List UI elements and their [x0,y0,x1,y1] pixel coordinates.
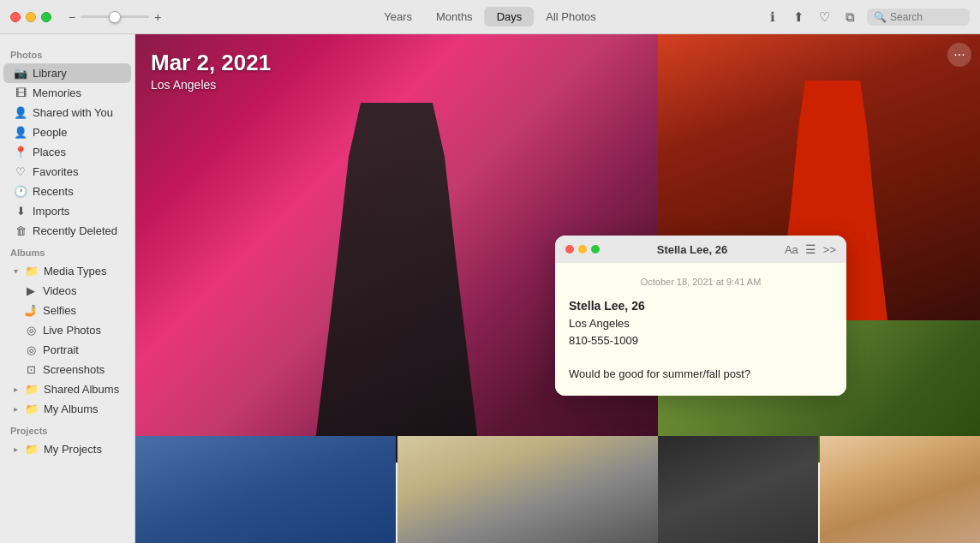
sidebar-item-places[interactable]: 📍 Places [3,142,131,162]
sidebar: Photos 📷 Library 🎞 Memories 👤 Shared wit… [0,34,135,543]
note-maximize-button[interactable] [591,245,600,254]
recents-icon: 🕐 [14,185,27,198]
note-font-button[interactable]: Aa [785,243,798,256]
sidebar-item-portrait[interactable]: ◎ Portrait [3,340,131,360]
content-area: Mar 2, 2021 Los Angeles ··· [135,34,980,543]
minimize-button[interactable] [26,12,36,22]
sidebar-item-my-projects-label: My Projects [44,443,102,456]
shared-with-you-icon: 👤 [14,106,27,119]
sidebar-item-my-albums[interactable]: ▸ 📁 My Albums [3,399,131,419]
sidebar-item-shared-albums[interactable]: ▸ 📁 Shared Albums [3,379,131,399]
projects-section-label: Projects [0,419,134,439]
copy-icon[interactable]: ⧉ [841,9,858,26]
share-icon[interactable]: ⬆ [790,9,807,26]
sidebar-item-shared-with-you-label: Shared with You [33,106,113,119]
sidebar-item-people-label: People [33,126,67,139]
portrait-icon: ◎ [24,343,38,356]
tab-days[interactable]: Days [485,7,535,27]
note-minimize-button[interactable] [578,245,587,254]
more-options-button[interactable]: ··· [947,43,971,67]
my-albums-icon: 📁 [25,403,39,415]
close-button[interactable] [10,12,21,22]
chevron-down-icon: ▾ [14,266,18,276]
heart-icon[interactable]: ♡ [816,9,833,26]
bottom-right-photo-2[interactable] [820,436,980,543]
sidebar-item-my-projects[interactable]: ▸ 📁 My Projects [3,439,131,459]
note-traffic-lights [565,245,600,254]
sidebar-item-selfies-label: Selfies [43,304,76,317]
my-projects-icon: 📁 [25,443,39,456]
note-close-button[interactable] [565,245,574,254]
main-layout: Photos 📷 Library 🎞 Memories 👤 Shared wit… [0,34,980,543]
note-timestamp: October 18, 2021 at 9:41 AM [569,277,833,287]
sidebar-item-favorites[interactable]: ♡ Favorites [3,162,131,182]
sidebar-item-media-types-label: Media Types [44,265,106,277]
note-contact-city: Los Angeles [569,315,833,332]
sidebar-item-recently-deleted[interactable]: 🗑 Recently Deleted [3,221,131,241]
bottom-row-left [135,436,658,543]
sidebar-item-screenshots-label: Screenshots [43,363,105,376]
note-body: Stella Lee, 26 Los Angeles 810-555-1009 … [569,297,833,382]
sidebar-item-shared-with-you[interactable]: 👤 Shared with You [3,103,131,122]
tab-all-photos[interactable]: All Photos [534,7,608,27]
people-icon: 👤 [14,126,27,139]
library-icon: 📷 [14,67,27,80]
zoom-thumb[interactable] [109,11,121,23]
media-types-icon: 📁 [25,265,39,277]
nav-tabs: Years Months Days All Photos [372,7,608,27]
tab-years[interactable]: Years [372,7,424,27]
search-icon: 🔍 [874,11,887,23]
info-icon[interactable]: ℹ [764,9,781,26]
sidebar-item-videos-label: Videos [43,284,77,297]
sidebar-item-favorites-label: Favorites [33,165,78,178]
photo-grid: Mar 2, 2021 Los Angeles ··· [135,34,980,543]
search-input[interactable] [890,11,967,23]
sidebar-item-selfies[interactable]: 🤳 Selfies [3,301,131,320]
note-expand-button[interactable]: >> [823,243,836,256]
screenshots-icon: ⊡ [24,363,38,376]
zoom-in-button[interactable]: + [154,10,161,24]
titlebar: − + Years Months Days All Photos ℹ ⬆ ♡ ⧉… [0,0,980,34]
sidebar-item-imports-label: Imports [33,205,69,218]
bottom-photo-2[interactable] [397,436,658,543]
sidebar-item-recents[interactable]: 🕐 Recents [3,182,131,201]
shared-albums-icon: 📁 [25,383,39,396]
photos-section-label: Photos [0,43,134,63]
note-toolbar-icons: Aa ☰ >> [785,242,836,256]
photo-date-overlay: Mar 2, 2021 Los Angeles [151,50,271,92]
note-list-icon[interactable]: ☰ [805,242,816,256]
bottom-right-photo-1[interactable] [658,436,818,543]
sidebar-item-people[interactable]: 👤 People [3,122,131,142]
places-icon: 📍 [14,146,27,158]
search-box[interactable]: 🔍 [867,9,970,26]
sidebar-item-places-label: Places [33,146,66,158]
sidebar-item-videos[interactable]: ▶ Videos [3,281,131,301]
sidebar-item-library[interactable]: 📷 Library [3,63,131,83]
sidebar-item-recents-label: Recents [33,185,74,198]
chevron-right-myalbums-icon: ▸ [14,404,18,414]
note-content: October 18, 2021 at 9:41 AM Stella Lee, … [555,263,846,396]
sidebar-item-my-albums-label: My Albums [44,403,99,415]
sidebar-item-live-photos-label: Live Photos [43,324,101,337]
live-photos-icon: ◎ [24,324,38,337]
titlebar-actions: ℹ ⬆ ♡ ⧉ 🔍 [764,9,970,26]
tab-months[interactable]: Months [424,7,485,27]
recently-deleted-icon: 🗑 [14,224,27,237]
bottom-photo-1[interactable] [135,436,396,543]
sidebar-item-imports[interactable]: ⬇ Imports [3,201,131,221]
chevron-right-shared-icon: ▸ [14,385,18,394]
favorites-icon: ♡ [14,165,27,178]
sidebar-item-live-photos[interactable]: ◎ Live Photos [3,320,131,340]
zoom-slider[interactable] [81,15,149,18]
albums-section-label: Albums [0,241,134,261]
sidebar-item-memories[interactable]: 🎞 Memories [3,83,131,103]
sidebar-item-screenshots[interactable]: ⊡ Screenshots [3,360,131,379]
photo-location: Los Angeles [151,78,271,92]
zoom-out-button[interactable]: − [69,10,75,24]
sidebar-item-media-types[interactable]: ▾ 📁 Media Types [3,261,131,281]
bottom-row-right [658,436,980,543]
note-contact-phone: 810-555-1009 [569,332,833,349]
maximize-button[interactable] [41,12,51,22]
note-title: Stella Lee, 26 [607,243,778,256]
photo-date: Mar 2, 2021 [151,50,271,76]
